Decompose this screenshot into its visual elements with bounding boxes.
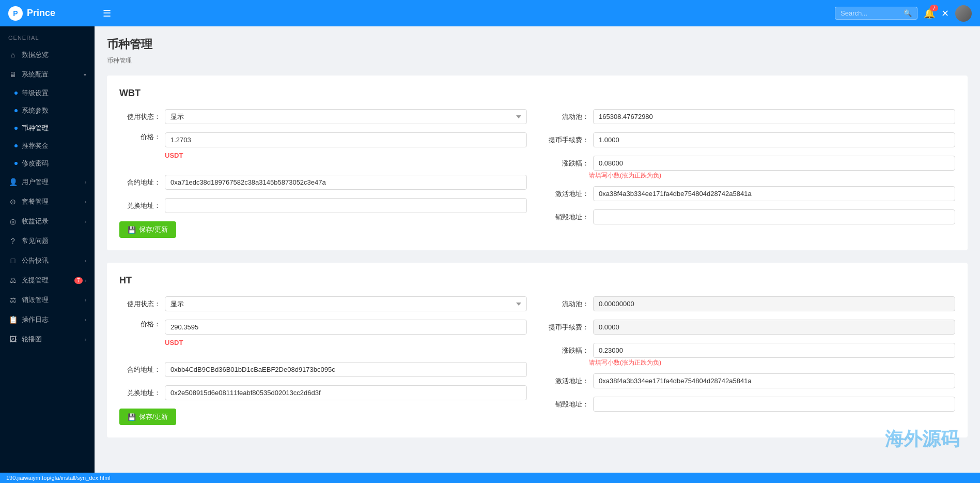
ht-liquidity-row: 流动池： xyxy=(548,296,955,311)
burn-icon: ⚖ xyxy=(8,296,18,304)
sidebar-label: 等级设置 xyxy=(22,88,86,98)
ht-burn-input[interactable] xyxy=(593,397,955,412)
carousel-icon: 🖼 xyxy=(8,335,18,343)
header: P Prince ☰ 🔍 🔔 7 ✕ xyxy=(0,0,980,26)
ht-activate-input[interactable] xyxy=(593,373,955,388)
wbt-burn-input[interactable] xyxy=(593,209,955,224)
dot-icon xyxy=(14,162,18,165)
sidebar-item-change-password[interactable]: 修改密码 xyxy=(10,155,95,172)
wbt-price-row: 价格： USDT xyxy=(119,132,527,159)
wbt-rise-label: 涨跌幅： xyxy=(548,159,589,168)
sidebar-label: 充提管理 xyxy=(22,276,74,285)
home-icon: ⌂ xyxy=(8,51,18,59)
sidebar-item-system-params[interactable]: 系统参数 xyxy=(10,102,95,119)
wbt-save-label: 保存/更新 xyxy=(139,225,168,234)
sidebar-item-system-config[interactable]: 🖥 系统配置 ▾ xyxy=(0,65,95,84)
save-icon: 💾 xyxy=(128,226,136,234)
wbt-left-column: 使用状态： 显示 隐藏 价格： USDT xyxy=(119,109,527,238)
menu-toggle-icon[interactable]: ☰ xyxy=(103,8,111,19)
ht-exchange-input[interactable] xyxy=(165,385,527,400)
wbt-usdt-label: USDT xyxy=(165,152,183,159)
ht-activate-label: 激活地址： xyxy=(548,376,589,386)
bell-button[interactable]: 🔔 7 xyxy=(924,8,935,19)
ht-rise-input[interactable] xyxy=(593,343,955,358)
sidebar-label: 推荐奖金 xyxy=(22,141,86,150)
ht-burn-label: 销毁地址： xyxy=(548,400,589,409)
wbt-save-button[interactable]: 💾 保存/更新 xyxy=(119,221,176,238)
wbt-status-select[interactable]: 显示 隐藏 xyxy=(165,109,527,124)
ht-save-button[interactable]: 💾 保存/更新 xyxy=(119,409,176,425)
wbt-contract-label: 合约地址： xyxy=(119,178,161,187)
ht-status-select[interactable]: 显示 隐藏 xyxy=(165,296,527,311)
ht-activate-row: 激活地址： xyxy=(548,373,955,388)
sidebar-label: 公告快讯 xyxy=(22,256,85,265)
dot-icon xyxy=(14,127,18,130)
sidebar-item-level-settings[interactable]: 等级设置 xyxy=(10,84,95,102)
sidebar-label: 修改密码 xyxy=(22,159,86,168)
dot-icon xyxy=(14,109,18,112)
sidebar-item-recharge-mgmt[interactable]: ⚖ 充提管理 7 › xyxy=(0,270,95,290)
wbt-rise-row: 涨跌幅： 请填写小数(涨为正跌为负) xyxy=(548,156,955,171)
avatar[interactable] xyxy=(955,5,972,22)
main-content: 币种管理 币种管理 WBT 使用状态： 显示 隐藏 价格： xyxy=(95,26,980,483)
chevron-right-icon: › xyxy=(85,297,86,303)
search-box[interactable]: 🔍 xyxy=(835,7,917,20)
sidebar-item-faq[interactable]: ? 常见问题 xyxy=(0,231,95,251)
ht-price-input[interactable] xyxy=(165,320,527,335)
bottom-bar-text: 190.jiaiwaiym.top/gfa/install/syn_dex.ht… xyxy=(6,475,111,481)
wbt-liquidity-label: 流动池： xyxy=(548,112,589,122)
close-button[interactable]: ✕ xyxy=(941,8,949,19)
sidebar-item-user-mgmt[interactable]: 👤 用户管理 › xyxy=(0,172,95,192)
ht-contract-input[interactable] xyxy=(165,362,527,377)
wbt-burn-label: 销毁地址： xyxy=(548,213,589,222)
sidebar-item-referral-bonus[interactable]: 推荐奖金 xyxy=(10,137,95,155)
wbt-price-label: 价格： xyxy=(119,132,161,142)
wbt-section: WBT 使用状态： 显示 隐藏 价格： xyxy=(107,76,968,250)
search-input[interactable] xyxy=(841,9,900,17)
package-icon: ⊙ xyxy=(8,198,18,206)
wbt-activate-input[interactable] xyxy=(593,186,955,201)
sidebar-item-income-records[interactable]: ◎ 收益记录 › xyxy=(0,212,95,231)
breadcrumb: 币种管理 xyxy=(107,56,968,65)
wbt-price-input[interactable] xyxy=(165,132,527,147)
chevron-right-icon: › xyxy=(85,179,86,185)
sidebar-label: 收益记录 xyxy=(22,217,85,226)
sidebar-item-burn-mgmt[interactable]: ⚖ 销毁管理 › xyxy=(0,290,95,310)
search-icon[interactable]: 🔍 xyxy=(904,9,912,17)
wbt-usdt-row: USDT xyxy=(165,152,527,159)
wbt-burn-row: 销毁地址： xyxy=(548,209,955,224)
wbt-contract-row: 合约地址： xyxy=(119,175,527,190)
logo-icon: P xyxy=(8,6,23,21)
wbt-contract-input[interactable] xyxy=(165,175,527,190)
ht-fee-input[interactable] xyxy=(593,320,955,335)
wbt-activate-row: 激活地址： xyxy=(548,186,955,201)
wbt-liquidity-input[interactable] xyxy=(593,109,955,124)
header-right: 🔍 🔔 7 ✕ xyxy=(835,5,972,22)
dot-icon xyxy=(14,92,18,95)
wbt-exchange-input[interactable] xyxy=(165,198,527,213)
sidebar-item-announcements[interactable]: □ 公告快讯 › xyxy=(0,251,95,270)
save-icon: 💾 xyxy=(128,413,136,421)
layout: GENERAL ⌂ 数据总览 🖥 系统配置 ▾ 等级设置 系统参数 币种管理 xyxy=(0,26,980,483)
sidebar-item-package-mgmt[interactable]: ⊙ 套餐管理 › xyxy=(0,192,95,212)
ht-rise-label: 涨跌幅： xyxy=(548,346,589,355)
ht-hint-text: 请填写小数(涨为正跌为负) xyxy=(589,358,661,367)
sidebar-item-operation-log[interactable]: 📋 操作日志 › xyxy=(0,310,95,329)
ht-burn-row: 销毁地址： xyxy=(548,397,955,412)
sidebar-item-currency-mgmt[interactable]: 币种管理 xyxy=(10,119,95,137)
ht-liquidity-input[interactable] xyxy=(593,296,955,311)
chevron-right-icon: › xyxy=(85,219,86,224)
sidebar-item-carousel[interactable]: 🖼 轮播图 › xyxy=(0,329,95,349)
wbt-rise-input[interactable] xyxy=(593,156,955,171)
logo: P Prince xyxy=(8,6,103,21)
chevron-right-icon: › xyxy=(85,278,86,283)
chevron-right-icon: › xyxy=(85,199,86,205)
bell-badge: 7 xyxy=(930,5,938,11)
page-title: 币种管理 xyxy=(107,37,968,52)
sidebar-item-dashboard[interactable]: ⌂ 数据总览 xyxy=(0,45,95,65)
ht-fee-row: 提币手续费： xyxy=(548,320,955,335)
wbt-fee-input[interactable] xyxy=(593,132,955,147)
sidebar-label: 系统配置 xyxy=(22,70,84,79)
wbt-fee-label: 提币手续费： xyxy=(548,135,589,145)
wbt-form-grid: 使用状态： 显示 隐藏 价格： USDT xyxy=(119,109,955,238)
